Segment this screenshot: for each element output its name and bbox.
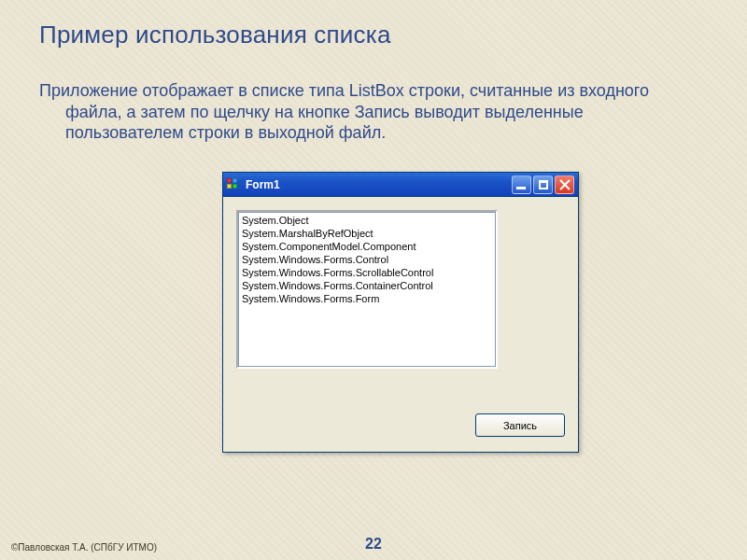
slide: Пример использования списка Приложение о… (0, 0, 747, 560)
button-row: Запись (236, 413, 565, 439)
list-item[interactable]: System.Object (242, 214, 492, 227)
minimize-button[interactable] (512, 175, 531, 194)
listbox[interactable]: System.ObjectSystem.MarshalByRefObjectSy… (236, 210, 498, 369)
app-window: Form1 System.ObjectSystem.MarshalByRefOb… (222, 172, 579, 453)
window-buttons (512, 175, 574, 194)
list-item[interactable]: System.MarshalByRefObject (242, 227, 492, 240)
slide-title: Пример использования списка (39, 21, 391, 49)
list-item[interactable]: System.Windows.Forms.Form (242, 292, 492, 305)
footer-copyright: ©Павловская Т.А. (СПбГУ ИТМО) (11, 542, 157, 553)
app-icon (227, 178, 240, 191)
list-item[interactable]: System.ComponentModel.Component (242, 240, 492, 253)
client-area: System.ObjectSystem.MarshalByRefObjectSy… (223, 197, 578, 452)
list-item[interactable]: System.Windows.Forms.ScrollableControl (242, 266, 492, 279)
titlebar[interactable]: Form1 (223, 173, 578, 197)
maximize-button[interactable] (533, 175, 553, 194)
slide-body-text: Приложение отображает в списке типа List… (39, 80, 663, 144)
maximize-icon (539, 180, 548, 189)
minimize-icon (516, 187, 526, 189)
window-title: Form1 (246, 178, 512, 191)
write-button[interactable]: Запись (475, 413, 565, 437)
list-item[interactable]: System.Windows.Forms.ContainerControl (242, 279, 492, 292)
close-button[interactable] (555, 175, 574, 194)
list-item[interactable]: System.Windows.Forms.Control (242, 253, 492, 266)
